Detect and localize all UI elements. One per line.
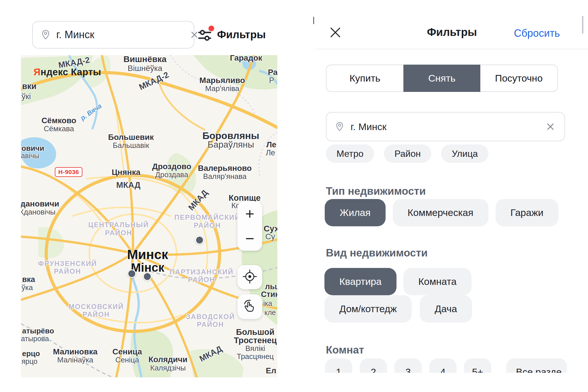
- zoom-out-button[interactable]: −: [245, 231, 254, 246]
- location-chip[interactable]: Метро: [326, 144, 374, 163]
- zoom-control[interactable]: + −: [237, 201, 262, 251]
- filters-panel-header: Фильтры Сбросить: [316, 0, 588, 49]
- map-label: Р: [269, 76, 274, 85]
- property-type-chip[interactable]: Коммерческая: [393, 199, 488, 226]
- property-kind-chip[interactable]: Дача: [420, 295, 472, 323]
- panel-location-field[interactable]: [326, 112, 565, 141]
- location-chip[interactable]: Район: [384, 144, 431, 163]
- rooms-chip[interactable]: 3: [394, 358, 422, 373]
- map-label: Бараўляны: [208, 140, 254, 150]
- map-label: Мар'яліва: [205, 84, 239, 93]
- map-label: Сеніца: [115, 356, 139, 364]
- map-label: Ел: [266, 366, 276, 375]
- property-kind-chip[interactable]: Дом/коттедж: [324, 295, 412, 323]
- map-label: Ле: [266, 148, 275, 157]
- map-label: Марьяливо: [200, 76, 245, 85]
- map-label: Трасцянец: [237, 352, 274, 361]
- zoom-in-button[interactable]: +: [245, 206, 254, 221]
- map-label: ерцо: [22, 349, 40, 358]
- deal-type-tab[interactable]: Посуточно: [480, 65, 558, 92]
- map-search-input[interactable]: [56, 29, 190, 41]
- map-label: Гарадок: [230, 55, 262, 63]
- screen: Фильтры: [0, 0, 588, 392]
- filters-panel-title: Фильтры: [427, 26, 477, 38]
- map-label: ЦЕНТРАЛЬНЫЙ: [88, 221, 149, 229]
- map-label: Валерьяново: [198, 164, 252, 173]
- sheet-edge-mark: [313, 17, 314, 24]
- map-label: Минск: [127, 247, 168, 262]
- map-label: Ждановичи: [21, 199, 59, 208]
- header-divider: [316, 49, 588, 49]
- clear-location-icon[interactable]: [546, 122, 555, 132]
- clear-search-icon[interactable]: [190, 30, 199, 39]
- map-label: Вішнёўка: [128, 64, 163, 73]
- map-label: ЗАВОДСКОЙ: [186, 313, 235, 321]
- filters-new-dot: [208, 26, 214, 31]
- map-label: Малінаўка: [57, 356, 93, 364]
- map-label: Валяр'янава: [203, 172, 246, 181]
- map-label: вки: [22, 82, 36, 91]
- road-number-badge: Н-9036: [55, 167, 82, 177]
- rooms-chip[interactable]: 5+: [464, 358, 491, 373]
- map-label: ПЕРВОМАЙСКИЙ: [174, 213, 240, 221]
- section-title-property-kind: Вид недвижимости: [326, 247, 428, 259]
- deal-type-tab[interactable]: Снять: [403, 65, 480, 92]
- rooms-chip[interactable]: 1: [325, 358, 352, 373]
- map-canvas[interactable]: Яндекс Карты Н-9036 ГарадокМКАД-2Вишнёвк…: [21, 55, 277, 377]
- property-kind-chip[interactable]: Комната: [403, 268, 471, 295]
- filters-button[interactable]: Фильтры: [198, 24, 266, 46]
- reset-filters-button[interactable]: Сбросить: [514, 27, 560, 39]
- filters-sliders-icon: [198, 27, 212, 43]
- listing-marker[interactable]: [127, 269, 136, 278]
- hand-gesture-icon: [242, 299, 257, 315]
- map-label: Сеница: [112, 347, 142, 356]
- property-type-chip[interactable]: Гаражи: [496, 199, 558, 226]
- map-label: РАЙОН: [105, 229, 132, 237]
- listing-marker[interactable]: [143, 272, 152, 281]
- property-kind-chip[interactable]: Квартира: [324, 268, 396, 295]
- map-label: Калядзічы: [150, 364, 186, 372]
- close-filters-button[interactable]: [329, 26, 342, 39]
- location-pin-icon: [41, 30, 50, 40]
- map-label: іка: [263, 299, 272, 308]
- map-label: ФРУНЗЕНСКИЙ: [38, 260, 97, 268]
- locate-me-button[interactable]: [237, 265, 262, 289]
- map-label: Ждановічы: [21, 208, 55, 217]
- deal-type-tab[interactable]: Купить: [326, 65, 403, 92]
- property-kind-chips-row-2: Дом/коттеджДача: [324, 295, 472, 323]
- map-label: РАЙОН: [83, 310, 110, 318]
- pan-hand-button[interactable]: [237, 294, 262, 319]
- map-label: ярцо: [22, 357, 37, 366]
- map-label: Вялікі: [245, 344, 265, 353]
- rooms-chip[interactable]: 4: [429, 358, 457, 373]
- panel-location-input[interactable]: [351, 121, 546, 132]
- map-label: кле: [264, 308, 276, 317]
- map-label: Дроздава: [155, 170, 188, 179]
- rooms-chips-row: 12345+Все разде: [325, 358, 567, 373]
- section-title-property-type: Тип недвижимости: [326, 185, 426, 197]
- map-label: атырёво: [22, 327, 54, 335]
- map-label: РАЙОН: [194, 221, 221, 229]
- map-label: Малиновка: [53, 347, 97, 356]
- map-search-field[interactable]: [32, 21, 194, 49]
- map-label: Су: [265, 232, 275, 241]
- rooms-chip[interactable]: 2: [360, 358, 387, 373]
- map-label: Ле: [266, 140, 276, 149]
- map-label: вка: [22, 275, 35, 284]
- location-pin-icon: [336, 122, 344, 132]
- deal-type-segmented-control: КупитьСнятьПосуточно: [326, 65, 558, 92]
- map-label: Сёмково: [41, 116, 76, 125]
- rooms-chip[interactable]: Все разде: [506, 358, 567, 373]
- map-label: ўкі: [22, 92, 31, 101]
- map-label: ПАРТИЗАНСКИЙ: [170, 268, 233, 276]
- map-label: Бальшавік: [113, 141, 149, 150]
- location-chip[interactable]: Улица: [441, 144, 488, 163]
- map-label: РАЙОН: [54, 267, 81, 275]
- section-title-rooms: Комнат: [326, 344, 364, 356]
- map-label: Ра: [268, 68, 277, 77]
- map-label: Цнянка: [112, 168, 140, 177]
- property-type-chip[interactable]: Жилая: [325, 199, 386, 226]
- map-label: Большевик: [108, 133, 154, 142]
- map-label: атырова: [21, 335, 49, 343]
- listing-marker[interactable]: [195, 236, 204, 244]
